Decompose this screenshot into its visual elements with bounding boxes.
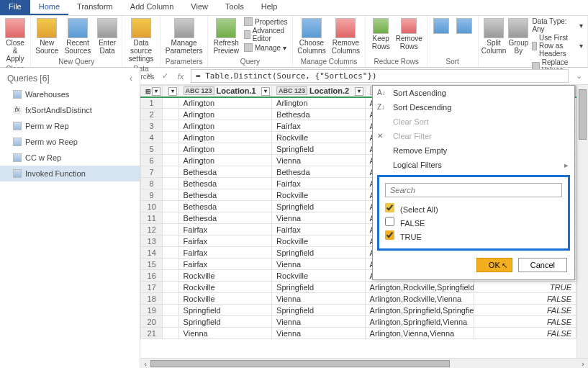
cell[interactable]: Arlington,Rockville,Vienna: [365, 293, 474, 305]
cell[interactable]: FALSE: [474, 328, 576, 339]
cell[interactable]: Vienna: [178, 328, 271, 339]
fx-icon[interactable]: fx: [175, 72, 186, 81]
tab-add-column[interactable]: Add Column: [122, 0, 183, 15]
table-menu-icon[interactable]: ▾: [152, 87, 160, 96]
row-number[interactable]: 12: [141, 224, 163, 235]
choose-columns-button[interactable]: Choose Columns: [295, 17, 329, 56]
cell[interactable]: Arlington: [178, 132, 271, 143]
row-number[interactable]: 8: [141, 178, 163, 189]
cell[interactable]: Springfield: [272, 305, 365, 316]
cell[interactable]: Rockville: [272, 189, 365, 201]
cell[interactable]: Fairfax: [178, 235, 271, 247]
cell[interactable]: Fairfax: [178, 247, 271, 259]
cell[interactable]: Vienna: [272, 293, 365, 305]
column-dropdown-icon[interactable]: ▾: [261, 87, 270, 96]
cell[interactable]: Arlington,Vienna,Vienna: [365, 328, 474, 339]
expand-formula-icon[interactable]: ⌄: [573, 71, 585, 81]
cell[interactable]: FALSE: [474, 293, 576, 305]
close-apply-button[interactable]: Close & Apply: [2, 17, 28, 64]
remove-columns-button[interactable]: Remove Columns: [328, 17, 363, 56]
cell[interactable]: Bethesda: [272, 166, 365, 178]
cell[interactable]: Arlington: [178, 155, 271, 166]
commit-formula-icon[interactable]: ✓: [159, 71, 171, 81]
row-number[interactable]: 17: [141, 282, 163, 293]
collapse-pane-icon[interactable]: ‹: [130, 73, 132, 84]
cancel-formula-icon[interactable]: ✕: [143, 71, 155, 81]
refresh-preview-button[interactable]: Refresh Preview: [210, 17, 242, 56]
row-number[interactable]: 14: [141, 247, 163, 259]
cell[interactable]: Springfield: [272, 282, 365, 293]
enter-data-button[interactable]: Enter Data: [95, 17, 120, 56]
tab-view[interactable]: View: [182, 0, 217, 15]
logical-filters-item[interactable]: Logical Filters▸: [373, 158, 574, 172]
row-number[interactable]: 3: [141, 120, 163, 132]
row-number[interactable]: 5: [141, 143, 163, 155]
vertical-scrollbar[interactable]: [576, 85, 588, 358]
cell[interactable]: Arlington,Springfield,Vienna: [365, 316, 474, 328]
remove-rows-button[interactable]: Remove Rows: [394, 17, 425, 52]
cell[interactable]: Vienna: [272, 316, 365, 328]
query-item[interactable]: Perm w Rep: [0, 118, 140, 134]
cell[interactable]: Springfield: [178, 316, 271, 328]
advanced-editor-button[interactable]: Advanced Editor: [244, 27, 288, 42]
query-item[interactable]: Invoked Function: [0, 166, 140, 181]
data-source-settings-button[interactable]: Data source settings: [125, 17, 157, 64]
properties-button[interactable]: Properties: [244, 17, 288, 26]
query-item[interactable]: CC w Rep: [0, 150, 140, 166]
tab-help[interactable]: Help: [253, 0, 286, 15]
row-number[interactable]: 21: [141, 328, 163, 339]
cell[interactable]: Fairfax: [178, 259, 271, 270]
cell[interactable]: Springfield: [272, 201, 365, 212]
cell[interactable]: Fairfax: [272, 178, 365, 189]
new-source-button[interactable]: New Source: [33, 17, 60, 56]
cell[interactable]: Arlington: [178, 109, 271, 120]
cell[interactable]: Rockville: [272, 235, 365, 247]
tab-file[interactable]: File: [0, 0, 30, 15]
cell[interactable]: Bethesda: [178, 178, 271, 189]
cell[interactable]: TRUE: [474, 282, 576, 293]
cell[interactable]: Bethesda: [178, 189, 271, 201]
cell[interactable]: Bethesda: [178, 212, 271, 224]
query-item[interactable]: fxfxSortAndIsDistinct: [0, 102, 140, 118]
horizontal-scrollbar[interactable]: ‹ ›: [140, 358, 588, 368]
cell[interactable]: Arlington: [178, 143, 271, 155]
row-number[interactable]: 9: [141, 189, 163, 201]
cell[interactable]: Bethesda: [178, 166, 271, 178]
row-number[interactable]: 20: [141, 316, 163, 328]
row-number[interactable]: 4: [141, 132, 163, 143]
tab-transform[interactable]: Transform: [68, 0, 122, 15]
cell[interactable]: Arlington,Springfield,Springfield: [365, 305, 474, 316]
row-number[interactable]: 1: [141, 97, 163, 109]
row-number[interactable]: 11: [141, 212, 163, 224]
manage-button[interactable]: Manage ▾: [244, 43, 288, 52]
row-selector-header[interactable]: ⊞▾: [141, 86, 163, 97]
cell[interactable]: Vienna: [272, 328, 365, 339]
cell[interactable]: FALSE: [474, 316, 576, 328]
query-item[interactable]: Perm wo Reep: [0, 134, 140, 150]
cell[interactable]: Arlington: [178, 120, 271, 132]
split-column-button[interactable]: Split Column: [481, 17, 507, 56]
cell[interactable]: Rockville: [272, 132, 365, 143]
column-dropdown-icon[interactable]: ▾: [355, 87, 363, 96]
cell[interactable]: Springfield: [178, 305, 271, 316]
cell[interactable]: Rockville: [178, 282, 271, 293]
cell[interactable]: Vienna: [272, 212, 365, 224]
recent-sources-button[interactable]: Recent Sources: [60, 17, 95, 56]
sort-desc-button[interactable]: [453, 17, 476, 36]
cell[interactable]: Rockville: [178, 293, 271, 305]
cell[interactable]: Arlington,Rockville,Springfield: [365, 282, 474, 293]
ok-button[interactable]: OK↖: [476, 258, 512, 272]
group-by-button[interactable]: Group By: [507, 17, 530, 56]
row-number[interactable]: 6: [141, 155, 163, 166]
cell[interactable]: Vienna: [272, 155, 365, 166]
cell[interactable]: Fairfax: [272, 224, 365, 235]
cell[interactable]: Arlington: [272, 97, 365, 109]
row-number[interactable]: 10: [141, 201, 163, 212]
tab-tools[interactable]: Tools: [217, 0, 253, 15]
cell[interactable]: Arlington: [178, 97, 271, 109]
filter-search-input[interactable]: [385, 183, 562, 197]
cell[interactable]: Fairfax: [178, 224, 271, 235]
sort-descending-item[interactable]: Z↓Sort Descending: [373, 100, 574, 115]
formula-input[interactable]: = Table.Distinct(Source, {"SortLocs"}): [191, 69, 569, 83]
cell[interactable]: Rockville: [178, 270, 271, 282]
